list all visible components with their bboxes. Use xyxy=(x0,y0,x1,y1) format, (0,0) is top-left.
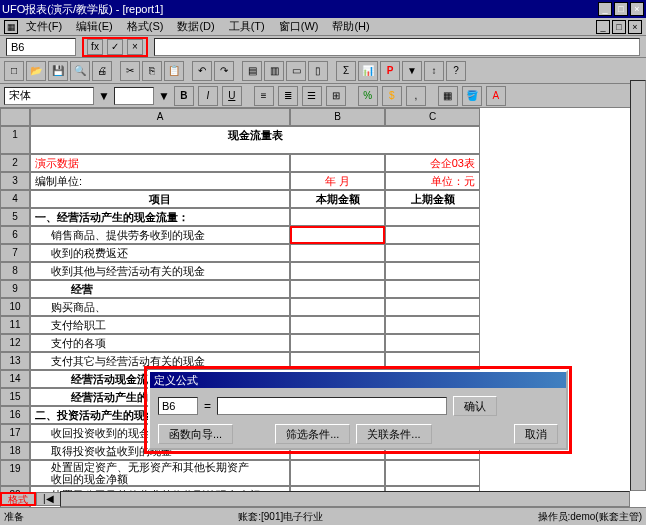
percent-icon[interactable]: % xyxy=(358,86,378,106)
row-header[interactable]: 19 xyxy=(0,460,30,486)
menu-help[interactable]: 帮助(H) xyxy=(326,18,375,35)
cell[interactable]: 经营 xyxy=(30,280,290,298)
cell[interactable] xyxy=(385,262,480,280)
dialog-cancel-button[interactable]: 取消 xyxy=(514,424,558,444)
save-icon[interactable]: 💾 xyxy=(48,61,68,81)
cell[interactable] xyxy=(290,460,385,486)
selected-cell-b6[interactable] xyxy=(290,226,385,244)
doc-maximize-button[interactable]: □ xyxy=(612,20,626,34)
cell[interactable]: 单位：元 xyxy=(385,172,480,190)
preview-icon[interactable]: 🔍 xyxy=(70,61,90,81)
undo-icon[interactable]: ↶ xyxy=(192,61,212,81)
align-right-icon[interactable]: ☰ xyxy=(302,86,322,106)
bold-icon[interactable]: B xyxy=(174,86,194,106)
row-header[interactable]: 8 xyxy=(0,262,30,280)
maximize-button[interactable]: □ xyxy=(614,2,628,16)
cell[interactable] xyxy=(385,280,480,298)
cell[interactable]: 一、经营活动产生的现金流量： xyxy=(30,208,290,226)
cell[interactable] xyxy=(290,280,385,298)
row-header[interactable]: 3 xyxy=(0,172,30,190)
cell[interactable] xyxy=(290,334,385,352)
open-icon[interactable]: 📂 xyxy=(26,61,46,81)
redo-icon[interactable]: ↷ xyxy=(214,61,234,81)
filter-condition-button[interactable]: 筛选条件... xyxy=(275,424,350,444)
comma-icon[interactable]: , xyxy=(406,86,426,106)
confirm-button[interactable]: ✓ xyxy=(107,39,123,55)
menu-file[interactable]: 文件(F) xyxy=(20,18,68,35)
cell[interactable] xyxy=(290,154,385,172)
cell[interactable] xyxy=(385,352,480,370)
cell[interactable]: 编制单位: xyxy=(30,172,290,190)
paste-icon[interactable]: 📋 xyxy=(164,61,184,81)
delete-col-icon[interactable]: ▯ xyxy=(308,61,328,81)
cell[interactable] xyxy=(290,352,385,370)
row-header[interactable]: 18 xyxy=(0,442,30,460)
format-tab[interactable]: 格式 xyxy=(0,492,36,506)
merge-icon[interactable]: ⊞ xyxy=(326,86,346,106)
font-color-icon[interactable]: A xyxy=(486,86,506,106)
fx-button[interactable]: fx xyxy=(87,39,103,55)
cell[interactable] xyxy=(290,298,385,316)
cut-icon[interactable]: ✂ xyxy=(120,61,140,81)
menu-window[interactable]: 窗口(W) xyxy=(273,18,325,35)
cell[interactable] xyxy=(385,460,480,486)
app-icon[interactable]: ▦ xyxy=(4,20,18,34)
insert-col-icon[interactable]: ▥ xyxy=(264,61,284,81)
corner-cell[interactable] xyxy=(0,108,30,126)
cell[interactable] xyxy=(290,262,385,280)
row-header[interactable]: 1 xyxy=(0,126,30,154)
cell[interactable] xyxy=(385,244,480,262)
row-header[interactable]: 12 xyxy=(0,334,30,352)
col-header-c[interactable]: C xyxy=(385,108,480,126)
report-title[interactable]: 现金流量表 xyxy=(30,126,480,154)
cell[interactable] xyxy=(290,316,385,334)
dialog-ok-button[interactable]: 确认 xyxy=(453,396,497,416)
menu-edit[interactable]: 编辑(E) xyxy=(70,18,119,35)
italic-icon[interactable]: I xyxy=(198,86,218,106)
cell[interactable]: 年 月 xyxy=(290,172,385,190)
function-wizard-button[interactable]: 函数向导... xyxy=(158,424,233,444)
row-header[interactable]: 7 xyxy=(0,244,30,262)
delete-row-icon[interactable]: ▭ xyxy=(286,61,306,81)
col-header-b[interactable]: B xyxy=(290,108,385,126)
row-header[interactable]: 11 xyxy=(0,316,30,334)
formula-input[interactable] xyxy=(154,38,640,56)
row-header[interactable]: 2 xyxy=(0,154,30,172)
cell[interactable]: 支付给职工 xyxy=(30,316,290,334)
sum-icon[interactable]: Σ xyxy=(336,61,356,81)
print-icon[interactable]: 🖨 xyxy=(92,61,112,81)
cell[interactable]: 项目 xyxy=(30,190,290,208)
close-button[interactable]: × xyxy=(630,2,644,16)
horizontal-scrollbar[interactable] xyxy=(60,491,630,507)
row-header[interactable]: 13 xyxy=(0,352,30,370)
sort-icon[interactable]: ↕ xyxy=(424,61,444,81)
cell[interactable]: 销售商品、提供劳务收到的现金 xyxy=(30,226,290,244)
row-header[interactable]: 4 xyxy=(0,190,30,208)
vertical-scrollbar[interactable] xyxy=(630,80,646,491)
minimize-button[interactable]: _ xyxy=(598,2,612,16)
cell[interactable] xyxy=(290,244,385,262)
dropdown-icon[interactable]: ▼ xyxy=(98,89,110,103)
copy-icon[interactable]: ⎘ xyxy=(142,61,162,81)
align-center-icon[interactable]: ≣ xyxy=(278,86,298,106)
align-left-icon[interactable]: ≡ xyxy=(254,86,274,106)
underline-icon[interactable]: U xyxy=(222,86,242,106)
border-icon[interactable]: ▦ xyxy=(438,86,458,106)
font-size-select[interactable] xyxy=(114,87,154,105)
cell[interactable]: 购买商品、 xyxy=(30,298,290,316)
cell[interactable]: 上期金额 xyxy=(385,190,480,208)
menu-data[interactable]: 数据(D) xyxy=(171,18,220,35)
row-header[interactable]: 9 xyxy=(0,280,30,298)
cell-reference[interactable]: B6 xyxy=(6,38,76,56)
help-icon[interactable]: ? xyxy=(446,61,466,81)
menu-format[interactable]: 格式(S) xyxy=(121,18,170,35)
insert-row-icon[interactable]: ▤ xyxy=(242,61,262,81)
col-header-a[interactable]: A xyxy=(30,108,290,126)
new-icon[interactable]: □ xyxy=(4,61,24,81)
doc-minimize-button[interactable]: _ xyxy=(596,20,610,34)
cell[interactable]: 支付其它与经营活动有关的现金 xyxy=(30,352,290,370)
cell[interactable]: 处置固定资产、无形资产和其他长期资产收回的现金净额 xyxy=(30,460,290,486)
dialog-cell-input[interactable] xyxy=(158,397,198,415)
row-header[interactable]: 14 xyxy=(0,370,30,388)
row-header[interactable]: 5 xyxy=(0,208,30,226)
